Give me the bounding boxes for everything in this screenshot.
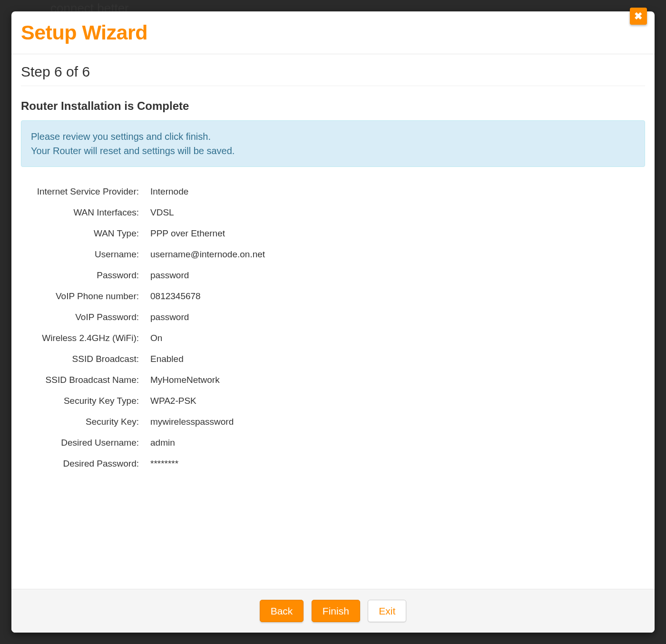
settings-value: ******** xyxy=(145,453,645,474)
settings-label: Wireless 2.4GHz (WiFi): xyxy=(21,328,145,349)
settings-label: Security Key Type: xyxy=(21,390,145,411)
settings-value: PPP over Ethernet xyxy=(145,223,645,244)
settings-label: VoIP Password: xyxy=(21,307,145,328)
settings-value: mywirelesspassword xyxy=(145,411,645,432)
settings-label: Password: xyxy=(21,265,145,286)
settings-value: MyHomeNetwork xyxy=(145,370,645,390)
settings-label: SSID Broadcast: xyxy=(21,349,145,370)
settings-value: 0812345678 xyxy=(145,286,645,307)
settings-label: Desired Username: xyxy=(21,432,145,453)
settings-label: WAN Type: xyxy=(21,223,145,244)
table-row: SSID Broadcast Name: MyHomeNetwork xyxy=(21,370,645,390)
table-row: Username: username@internode.on.net xyxy=(21,244,645,265)
settings-value: Internode xyxy=(145,181,645,202)
setup-wizard-modal: Setup Wizard ✖ Step 6 of 6 Router Instal… xyxy=(11,11,655,633)
back-button[interactable]: Back xyxy=(260,600,304,622)
settings-value: WPA2-PSK xyxy=(145,390,645,411)
close-button[interactable]: ✖ xyxy=(630,8,647,25)
table-row: Internet Service Provider: Internode xyxy=(21,181,645,202)
table-row: VoIP Password: password xyxy=(21,307,645,328)
settings-value: username@internode.on.net xyxy=(145,244,645,265)
modal-footer: Back Finish Exit xyxy=(11,589,655,633)
settings-value: Enabled xyxy=(145,349,645,370)
info-line-1: Please review you settings and click fin… xyxy=(31,129,635,144)
modal-title: Setup Wizard xyxy=(21,21,645,44)
settings-label: SSID Broadcast Name: xyxy=(21,370,145,390)
settings-label: Security Key: xyxy=(21,411,145,432)
section-title: Router Installation is Complete xyxy=(21,99,645,113)
settings-label: Desired Password: xyxy=(21,453,145,474)
table-row: Desired Password: ******** xyxy=(21,453,645,474)
modal-header: Setup Wizard ✖ xyxy=(11,11,655,54)
info-line-2: Your Router will reset and settings will… xyxy=(31,144,635,158)
table-row: Security Key Type: WPA2-PSK xyxy=(21,390,645,411)
settings-value: VDSL xyxy=(145,202,645,223)
table-row: WAN Type: PPP over Ethernet xyxy=(21,223,645,244)
table-row: VoIP Phone number: 0812345678 xyxy=(21,286,645,307)
table-row: Wireless 2.4GHz (WiFi): On xyxy=(21,328,645,349)
exit-button[interactable]: Exit xyxy=(368,600,406,622)
table-row: WAN Interfaces: VDSL xyxy=(21,202,645,223)
settings-label: Internet Service Provider: xyxy=(21,181,145,202)
modal-body: Step 6 of 6 Router Installation is Compl… xyxy=(11,54,655,589)
settings-value: On xyxy=(145,328,645,349)
settings-label: VoIP Phone number: xyxy=(21,286,145,307)
close-icon: ✖ xyxy=(634,10,643,22)
finish-button[interactable]: Finish xyxy=(312,600,360,622)
info-box: Please review you settings and click fin… xyxy=(21,120,645,167)
settings-value: password xyxy=(145,307,645,328)
step-heading: Step 6 of 6 xyxy=(21,64,645,86)
settings-label: WAN Interfaces: xyxy=(21,202,145,223)
table-row: Security Key: mywirelesspassword xyxy=(21,411,645,432)
settings-value: password xyxy=(145,265,645,286)
settings-label: Username: xyxy=(21,244,145,265)
table-row: Password: password xyxy=(21,265,645,286)
settings-value: admin xyxy=(145,432,645,453)
table-row: Desired Username: admin xyxy=(21,432,645,453)
table-row: SSID Broadcast: Enabled xyxy=(21,349,645,370)
settings-summary-table: Internet Service Provider: Internode WAN… xyxy=(21,181,645,474)
